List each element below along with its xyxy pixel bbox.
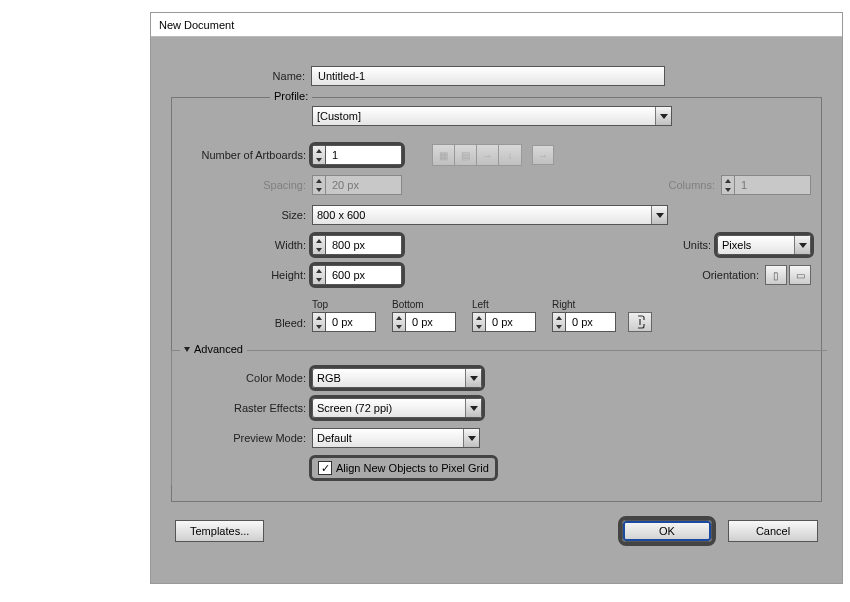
bleed-bottom-label: Bottom	[392, 299, 456, 310]
spacing-label: Spacing:	[172, 179, 312, 191]
columns-stepper	[721, 175, 811, 195]
units-select[interactable]: Pixels	[717, 235, 811, 255]
width-label: Width:	[172, 239, 312, 251]
width-stepper[interactable]	[312, 235, 402, 255]
size-label: Size:	[172, 209, 312, 221]
size-value: 800 x 600	[317, 209, 365, 221]
size-select[interactable]: 800 x 600	[312, 205, 668, 225]
bleed-top-stepper[interactable]	[312, 312, 376, 332]
raster-select[interactable]: Screen (72 ppi)	[312, 398, 482, 418]
columns-label: Columns:	[661, 179, 721, 191]
colormode-value: RGB	[317, 372, 341, 384]
name-input[interactable]	[311, 66, 665, 86]
orientation-portrait-icon[interactable]: ▯	[765, 265, 787, 285]
checkbox-icon	[318, 461, 332, 475]
preview-label: Preview Mode:	[172, 432, 312, 444]
name-label: Name:	[171, 70, 311, 82]
arrange-row-icon: →	[477, 145, 499, 165]
bleed-right-label: Right	[552, 299, 616, 310]
colormode-select[interactable]: RGB	[312, 368, 482, 388]
colormode-label: Color Mode:	[172, 372, 312, 384]
templates-button[interactable]: Templates...	[175, 520, 264, 542]
preview-select[interactable]: Default	[312, 428, 480, 448]
bleed-label: Bleed:	[172, 317, 312, 329]
profile-value: [Custom]	[317, 110, 361, 122]
bleed-right-stepper[interactable]	[552, 312, 616, 332]
profile-label: Profile:	[274, 90, 308, 102]
ok-button[interactable]: OK	[622, 520, 712, 542]
dropdown-icon	[465, 399, 481, 417]
height-stepper[interactable]	[312, 265, 402, 285]
align-checkbox[interactable]: Align New Objects to Pixel Grid	[312, 458, 495, 478]
link-bleed-icon[interactable]	[628, 312, 652, 332]
preview-value: Default	[317, 432, 352, 444]
bleed-top-label: Top	[312, 299, 376, 310]
raster-value: Screen (72 ppi)	[317, 402, 392, 414]
bleed-left-label: Left	[472, 299, 536, 310]
advanced-label: Advanced	[194, 343, 243, 355]
dropdown-icon	[465, 369, 481, 387]
disclosure-icon[interactable]	[184, 347, 190, 352]
cancel-button[interactable]: Cancel	[728, 520, 818, 542]
orientation-landscape-icon[interactable]: ▭	[789, 265, 811, 285]
dropdown-icon	[463, 429, 479, 447]
orientation-label: Orientation:	[685, 269, 765, 281]
spacing-stepper	[312, 175, 402, 195]
arrange-rtl-icon: →	[532, 145, 554, 165]
dropdown-icon	[651, 206, 667, 224]
arrange-grid-col-icon: ▤	[455, 145, 477, 165]
artboards-label: Number of Artboards:	[172, 149, 312, 161]
align-label: Align New Objects to Pixel Grid	[336, 462, 489, 474]
dropdown-icon	[794, 236, 810, 254]
artboards-stepper[interactable]	[312, 145, 402, 165]
profile-select[interactable]: [Custom]	[312, 106, 672, 126]
artboard-arrange-icons: ▦ ▤ → ↓	[432, 144, 522, 166]
stepper-icon[interactable]	[312, 145, 326, 165]
units-label: Units:	[667, 239, 717, 251]
new-document-dialog: New Document Name: Profile: [Custom]	[150, 12, 843, 584]
units-value: Pixels	[722, 239, 751, 251]
bleed-bottom-stepper[interactable]	[392, 312, 456, 332]
arrange-grid-row-icon: ▦	[433, 145, 455, 165]
arrange-col-icon: ↓	[499, 145, 521, 165]
height-label: Height:	[172, 269, 312, 281]
dialog-title: New Document	[151, 13, 842, 37]
bleed-left-stepper[interactable]	[472, 312, 536, 332]
title-text: New Document	[159, 19, 234, 31]
dropdown-icon	[655, 107, 671, 125]
raster-label: Raster Effects:	[172, 402, 312, 414]
